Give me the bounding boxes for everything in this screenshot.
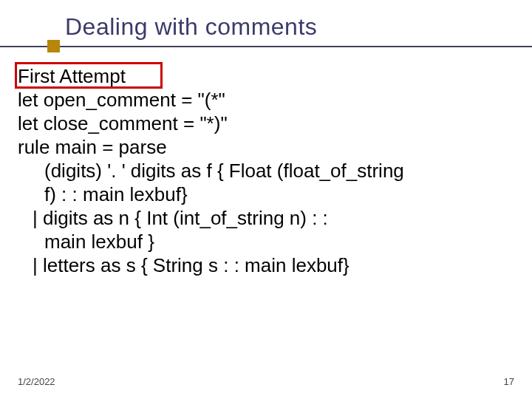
body-line: First Attempt: [18, 65, 519, 89]
body-line: let open_comment = "(*": [18, 89, 519, 112]
slide-title: Dealing with comments: [65, 13, 532, 41]
body-line: f) : : main lexbuf}: [18, 183, 519, 207]
slide-body: First Attempt let open_comment = "(*" le…: [18, 65, 519, 278]
title-underline: [0, 46, 532, 47]
accent-square: [47, 40, 60, 52]
title-area: Dealing with comments: [0, 0, 532, 41]
body-line: main lexbuf }: [18, 231, 519, 254]
footer-date: 1/2/2022: [18, 376, 55, 387]
body-line: | digits as n { Int (int_of_string n) : …: [18, 207, 519, 231]
page-number: 17: [504, 376, 514, 387]
body-line: rule main = parse: [18, 136, 519, 160]
body-line: let close_comment = "*)": [18, 112, 519, 136]
footer: 1/2/2022 17: [18, 376, 514, 387]
body-line: (digits) '. ' digits as f { Float (float…: [18, 160, 519, 183]
body-line: | letters as s { String s : : main lexbu…: [18, 254, 519, 278]
